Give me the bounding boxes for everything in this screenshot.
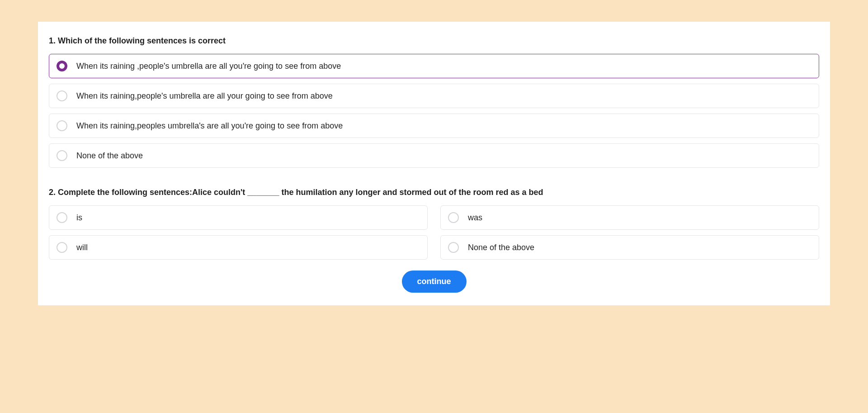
- q2-option-3[interactable]: None of the above: [440, 235, 819, 260]
- q1-option-0[interactable]: When its raining ,people's umbrella are …: [49, 54, 819, 78]
- radio-icon: [57, 61, 67, 71]
- option-label: is: [76, 213, 82, 223]
- question-1-text: Which of the following sentences is corr…: [58, 36, 226, 45]
- option-label: will: [76, 243, 88, 252]
- option-label: When its raining ,people's umbrella are …: [76, 62, 341, 71]
- question-2-options: is was will None of the above: [49, 205, 819, 260]
- q2-option-1[interactable]: was: [440, 205, 819, 230]
- radio-icon: [57, 90, 67, 101]
- q2-option-0[interactable]: is: [49, 205, 428, 230]
- q1-option-2[interactable]: When its raining,peoples umbrella's are …: [49, 114, 819, 138]
- quiz-card: 1. Which of the following sentences is c…: [38, 22, 830, 305]
- option-label: When its raining,peoples umbrella's are …: [76, 121, 343, 131]
- question-2-title: 2. Complete the following sentences:Alic…: [49, 188, 819, 197]
- radio-icon: [448, 212, 459, 223]
- radio-icon: [57, 212, 67, 223]
- q2-option-2[interactable]: will: [49, 235, 428, 260]
- question-1-options: When its raining ,people's umbrella are …: [49, 54, 819, 168]
- option-label: None of the above: [468, 243, 534, 252]
- question-2: 2. Complete the following sentences:Alic…: [49, 188, 819, 260]
- question-1-title: 1. Which of the following sentences is c…: [49, 36, 819, 46]
- radio-icon: [57, 242, 67, 253]
- q1-option-3[interactable]: None of the above: [49, 143, 819, 168]
- radio-icon: [448, 242, 459, 253]
- continue-button[interactable]: continue: [402, 271, 467, 293]
- option-label: When its raining,people's umbrella are a…: [76, 91, 333, 101]
- question-2-number: 2.: [49, 188, 56, 197]
- radio-icon: [57, 150, 67, 161]
- option-label: was: [468, 213, 482, 223]
- question-2-text: Complete the following sentences:Alice c…: [58, 188, 543, 197]
- continue-wrap: continue: [49, 271, 819, 293]
- question-1-number: 1.: [49, 36, 56, 45]
- option-label: None of the above: [76, 151, 143, 161]
- q1-option-1[interactable]: When its raining,people's umbrella are a…: [49, 84, 819, 108]
- radio-icon: [57, 120, 67, 131]
- question-1: 1. Which of the following sentences is c…: [49, 36, 819, 168]
